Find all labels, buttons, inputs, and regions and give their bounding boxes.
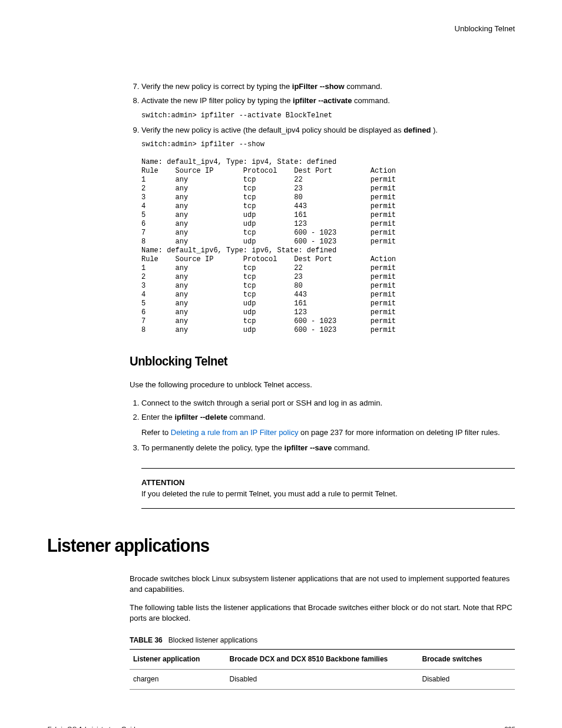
attention-block: ATTENTION If you deleted the rule to per… [141, 477, 515, 499]
table-label: TABLE 36 [130, 636, 163, 644]
step-text: To permanently delete the policy, type t… [141, 443, 285, 452]
cmd: ipfilter --delete [174, 413, 227, 421]
blocked-listener-table: Listener application Brocade DCX and DCX… [130, 649, 515, 690]
td-switches: Disabled [419, 670, 515, 690]
step-text: Verify the new policy is active (the def… [141, 126, 404, 134]
attention-rule-top [141, 468, 515, 469]
listener-p1: Brocade switches block Linux subsystem l… [130, 574, 515, 595]
code-block-activate: switch:admin> ipfilter --activate BlockT… [141, 111, 515, 120]
th-app: Listener application [130, 650, 226, 670]
listener-p2: The following table lists the listener a… [130, 602, 515, 624]
section-heading-unblocking: Unblocking Telnet [130, 353, 484, 371]
attention-rule-bottom [141, 508, 515, 509]
cmd: ipFilter --show [292, 82, 345, 91]
code-block-show: switch:admin> ipfilter --show Name: defa… [141, 140, 515, 335]
step-8: Activate the new IP filter policy by typ… [141, 95, 515, 106]
step-text: ). [431, 126, 438, 134]
td-backbone: Disabled [226, 670, 419, 690]
attention-label: ATTENTION [141, 477, 515, 488]
td-app: chargen [130, 670, 226, 690]
intro-paragraph: Use the following procedure to unblock T… [130, 380, 515, 390]
refer-text: on page 237 for more information on dele… [298, 428, 500, 437]
table-row: chargen Disabled Disabled [130, 670, 515, 690]
unblock-step-3: To permanently delete the policy, type t… [141, 443, 515, 453]
step-text: command. [227, 413, 265, 421]
step-text: command. [345, 82, 382, 91]
main-content: Verify the new policy is correct by typi… [130, 81, 515, 509]
page-header-topic: Unblocking Telnet [47, 24, 515, 34]
step-text: command. [352, 96, 389, 105]
cmd: ipfilter --activate [293, 96, 352, 105]
footer-left: Fabric OS Administrators Guide 53-100313… [47, 725, 138, 728]
unblock-step-1: Connect to the switch through a serial p… [141, 398, 515, 409]
refer-text: Refer to [141, 428, 171, 437]
th-switches: Brocade switches [419, 650, 515, 670]
procedure-list-continued-2: Verify the new policy is active (the def… [130, 125, 515, 136]
footer-page-number: 205 [504, 725, 515, 728]
unblock-step-2: Enter the ipfilter --delete command. Ref… [141, 412, 515, 438]
section-heading-listener: Listener applications [47, 532, 477, 559]
unblock-procedure-list: Connect to the switch through a serial p… [130, 398, 515, 454]
step-text: command. [332, 443, 370, 452]
table-caption: TABLE 36 Blocked listener applications [130, 635, 515, 645]
step-7: Verify the new policy is correct by typi… [141, 81, 515, 92]
step-9: Verify the new policy is active (the def… [141, 125, 515, 136]
cmd: ipfilter --save [285, 443, 332, 452]
page-footer: Fabric OS Administrators Guide 53-100313… [47, 725, 515, 728]
refer-paragraph: Refer to Deleting a rule from an IP Filt… [141, 427, 515, 438]
procedure-list-continued: Verify the new policy is correct by typi… [130, 81, 515, 106]
step-text: Verify the new policy is correct by typi… [141, 82, 292, 91]
footer-guide-title: Fabric OS Administrators Guide [47, 725, 138, 728]
step-text: Activate the new IP filter policy by typ… [141, 96, 293, 105]
table-title: Blocked listener applications [168, 636, 257, 644]
cross-reference-link[interactable]: Deleting a rule from an IP Filter policy [171, 428, 299, 437]
attention-text: If you deleted the rule to permit Telnet… [141, 489, 515, 499]
th-backbone: Brocade DCX and DCX 8510 Backbone famili… [226, 650, 419, 670]
cmd: defined [404, 126, 431, 134]
table-header-row: Listener application Brocade DCX and DCX… [130, 650, 515, 670]
listener-content: Brocade switches block Linux subsystem l… [130, 574, 515, 690]
step-text: Enter the [141, 413, 174, 421]
